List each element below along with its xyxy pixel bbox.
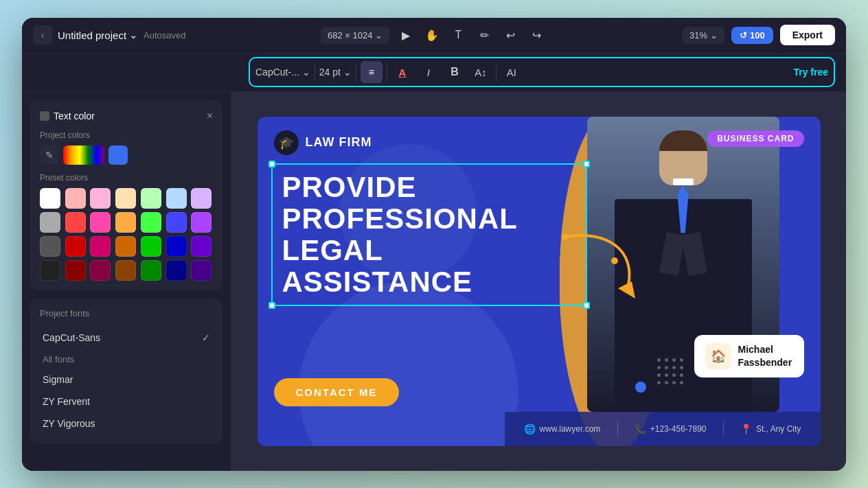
name-card: 🏠 MichaelFassbender xyxy=(694,335,804,377)
preset-color-forestgreen[interactable] xyxy=(141,260,161,281)
gradient-swatch[interactable] xyxy=(63,146,104,165)
preset-color-darkgray[interactable] xyxy=(40,236,60,257)
preset-color-brown[interactable] xyxy=(115,260,136,281)
zoom-text: 31% xyxy=(689,30,707,40)
preset-color-3[interactable] xyxy=(115,188,136,209)
font-size-chevron-icon: ⌄ xyxy=(343,67,352,78)
panel-title: Text color xyxy=(40,111,95,121)
arrow-decoration xyxy=(553,223,649,305)
selection-handle-tr[interactable] xyxy=(583,161,590,167)
zoom-chevron-icon: ⌄ xyxy=(710,30,718,40)
blue-color-swatch[interactable] xyxy=(108,146,128,165)
preset-color-darkred[interactable] xyxy=(65,236,86,257)
preset-color-gray[interactable] xyxy=(40,212,60,233)
preset-color-darkorange[interactable] xyxy=(115,236,136,257)
preset-color-1[interactable] xyxy=(65,188,86,209)
eyedropper-button[interactable]: ✎ xyxy=(40,146,59,165)
bold-button[interactable]: B xyxy=(444,61,466,83)
preset-colors-label: Preset colors xyxy=(40,173,213,183)
project-colors-row: ✎ xyxy=(40,146,213,165)
preset-color-6[interactable] xyxy=(191,188,212,209)
title-bar: ‹ Untitled project ⌄ Autosaved 682 × 102… xyxy=(22,18,846,54)
font-family-selector[interactable]: CapCut-... ⌄ xyxy=(255,67,310,78)
svg-point-2 xyxy=(611,257,618,264)
ai-text-button[interactable]: AI xyxy=(501,61,523,83)
format-divider-3 xyxy=(387,62,387,82)
dimensions-button[interactable]: 682 × 1024 ⌄ xyxy=(321,27,389,44)
format-bar-inner: CapCut-... ⌄ 24 pt ⌄ ≡ A I B A↕ AI Try f… xyxy=(249,57,835,87)
website-text: www.lawyer.com xyxy=(540,424,601,434)
location-icon: 📍 xyxy=(740,423,752,434)
preset-color-blue[interactable] xyxy=(166,212,187,233)
font-selected-check-icon: ✓ xyxy=(202,332,210,343)
font-item-capcut[interactable]: CapCut-Sans ✓ xyxy=(40,327,213,349)
redo-button[interactable]: ↪ xyxy=(525,24,547,46)
zoom-button[interactable]: 31% ⌄ xyxy=(683,27,724,44)
text-color-panel: Text color × Project colors ✎ Preset col… xyxy=(30,100,222,290)
preset-color-darkpink[interactable] xyxy=(90,236,111,257)
selection-handle-tl[interactable] xyxy=(269,161,275,167)
preset-color-white[interactable] xyxy=(40,188,60,209)
canvas-area: 🎓 LAW FIRM BUSINESS CARD PROVIDE PROFESS… xyxy=(231,92,846,471)
font-item-sigmar[interactable]: Sigmar xyxy=(40,369,213,391)
export-button[interactable]: Export xyxy=(780,25,835,45)
font-size-selector[interactable]: 24 pt ⌄ xyxy=(319,67,352,78)
preset-color-verydarkgray[interactable] xyxy=(40,260,60,281)
address-text: St., Any City xyxy=(756,424,801,434)
font-family-text: CapCut-... xyxy=(255,67,299,78)
text-tool-button[interactable]: T xyxy=(447,24,469,46)
fonts-panel: Project fonts CapCut-Sans ✓ All fonts Si… xyxy=(30,299,222,444)
contact-me-button[interactable]: CONTACT ME xyxy=(274,378,400,406)
pen-tool-button[interactable]: ✏ xyxy=(473,24,495,46)
font-sigmar-name: Sigmar xyxy=(43,374,73,385)
title-bar-center: 682 × 1024 ⌄ ▶ ✋ T ✏ ↩ ↪ xyxy=(194,24,674,46)
preset-color-5[interactable] xyxy=(166,188,187,209)
hand-tool-button[interactable]: ✋ xyxy=(421,24,443,46)
man-shirt xyxy=(673,178,694,185)
preset-color-navy[interactable] xyxy=(166,260,187,281)
undo-button[interactable]: ↩ xyxy=(499,24,521,46)
preset-color-purple[interactable] xyxy=(191,212,212,233)
format-bar: CapCut-... ⌄ 24 pt ⌄ ≡ A I B A↕ AI Try f… xyxy=(22,54,846,92)
selection-handle-bl[interactable] xyxy=(269,302,275,309)
preset-color-darkgreen[interactable] xyxy=(141,236,161,257)
person-name: MichaelFassbender xyxy=(738,343,792,368)
all-fonts-label: All fonts xyxy=(43,354,210,364)
preset-color-green[interactable] xyxy=(141,212,161,233)
footer-website: 🌐 www.lawyer.com xyxy=(524,423,601,434)
project-name[interactable]: Untitled project ⌄ xyxy=(58,29,138,41)
preset-color-darkpurple[interactable] xyxy=(191,236,212,257)
project-colors-label: Project colors xyxy=(40,130,213,140)
font-item-zy-fervent[interactable]: ZY Fervent xyxy=(40,391,213,413)
card-logo: 🎓 LAW FIRM xyxy=(274,130,372,155)
preset-color-orange[interactable] xyxy=(115,212,136,233)
preset-color-darkblue[interactable] xyxy=(166,236,187,257)
preset-color-pink[interactable] xyxy=(90,212,111,233)
panel-header: Text color × xyxy=(40,110,213,122)
preset-color-maroon[interactable] xyxy=(65,260,86,281)
headline-line3: LEGAL ASSISTANCE xyxy=(282,235,576,298)
scale-button[interactable]: A↕ xyxy=(470,61,492,83)
select-tool-button[interactable]: ▶ xyxy=(395,24,417,46)
text-color-button[interactable]: A xyxy=(391,61,413,83)
preset-color-red[interactable] xyxy=(65,212,86,233)
panel-close-button[interactable]: × xyxy=(207,110,213,122)
history-button[interactable]: ↺ 100 xyxy=(731,27,773,44)
project-name-chevron-icon: ⌄ xyxy=(129,29,138,41)
svg-point-1 xyxy=(562,233,569,240)
text-selection-box[interactable]: PROVIDE PROFESSIONAL LEGAL ASSISTANCE xyxy=(271,163,587,307)
back-button[interactable]: ‹ xyxy=(33,25,52,45)
blue-dot-decoration xyxy=(635,382,646,393)
italic-button[interactable]: I xyxy=(418,61,439,83)
preset-color-4[interactable] xyxy=(141,188,161,209)
panel-title-text: Text color xyxy=(54,111,95,121)
font-item-zy-vigorous[interactable]: ZY Vigorous xyxy=(40,413,213,434)
preset-color-burgundy[interactable] xyxy=(90,260,111,281)
autosaved-label: Autosaved xyxy=(144,30,185,40)
try-free-button[interactable]: Try free xyxy=(793,67,828,78)
text-align-button[interactable]: ≡ xyxy=(361,61,382,83)
project-name-text: Untitled project xyxy=(58,30,126,41)
preset-color-2[interactable] xyxy=(90,188,111,209)
dimensions-chevron-icon: ⌄ xyxy=(375,30,382,40)
preset-color-indigo[interactable] xyxy=(191,260,212,281)
